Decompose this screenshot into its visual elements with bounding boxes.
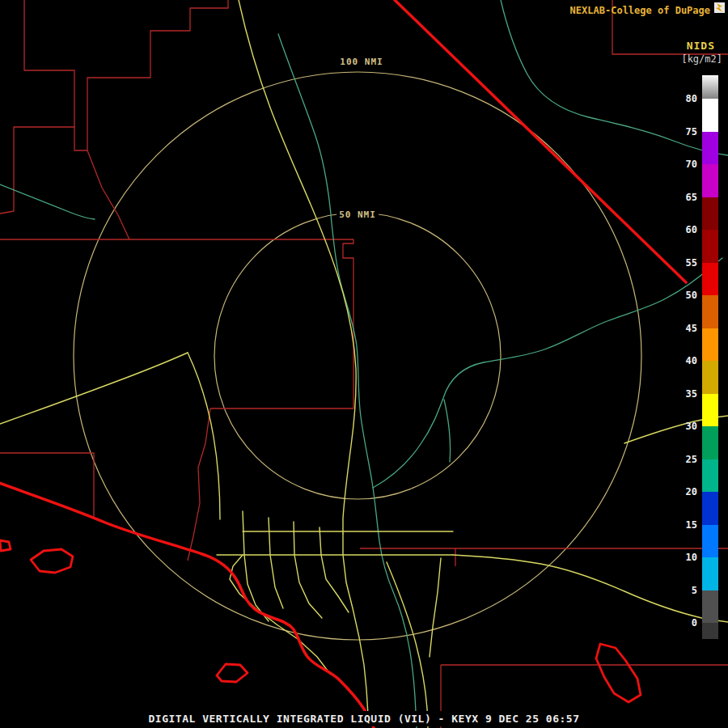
colorbar-segment: 70 [702,132,718,165]
colorbar-tick-label: 10 [686,552,697,563]
colorbar: 80757065605550454035302520151050 [702,75,718,639]
county-line [74,0,228,150]
river [278,34,417,728]
colorbar-segment: 45 [702,295,718,328]
colorbar-segment: 15 [702,492,718,525]
highway [239,0,356,534]
colorbar-tick-label: 20 [686,486,697,497]
island-outline [31,549,73,573]
state-border-coastline [0,0,686,728]
colorbar-segment: 35 [702,361,718,394]
colorbar-tick-label: 15 [686,519,697,531]
colorbar-tick-label: 60 [686,224,697,235]
highway [230,555,330,674]
highway [0,353,188,424]
county-line [0,0,74,214]
colorbar-segment: 50 [702,263,718,296]
colorbar-tick-label: 65 [686,192,697,203]
colorbar-tick-label: 70 [686,159,697,170]
credit-text: NEXLAB-College of DuPage [570,5,710,16]
colorbar-segment: 60 [702,197,718,231]
radar-display: NEXLAB-College of DuPage NIDS [kg/m2] 10… [0,0,728,728]
units-label: [kg/m2] [681,53,722,65]
highway [294,522,322,618]
colorbar-tick-label: 45 [686,323,697,334]
rivers [0,0,728,728]
colorbar-tick-label: 50 [686,290,697,301]
product-caption: DIGITAL VERTICALLY INTEGRATED LIQUID (VI… [0,711,728,726]
colorbar-segment: 40 [702,328,718,362]
colorbar-tick-label: 55 [686,257,697,269]
river [373,258,722,488]
island-outline [217,664,248,682]
colorbar-tick-label: 35 [686,388,697,400]
logo-background [714,2,725,13]
colorbar-segment: 55 [702,230,718,263]
highway [453,555,728,622]
highway [243,511,269,621]
colorbar-tick-label: 25 [686,454,697,465]
colorbar-tick-label: 80 [686,93,697,104]
county-line [0,453,94,518]
colorbar-tick-label: 5 [692,585,697,596]
radar-map [0,0,728,728]
river [444,400,451,462]
range-ring-label-50nmi: 50 NMI [336,210,379,220]
product-code-label: NIDS [687,40,715,52]
county-line [188,408,210,561]
colorbar-segment [702,623,718,639]
colorbar-segment: 25 [702,426,718,459]
county-borders [0,0,728,728]
colorbar-segment: 20 [702,459,718,493]
highway [387,562,428,728]
colorbar-segment: 80 [702,75,718,99]
colorbar-segment: 30 [702,394,718,427]
colorbar-segment: 10 [702,525,718,558]
range-ring-label-100nmi: 100 NMI [337,57,385,67]
colorbar-segment: 0 [702,590,718,624]
colorbar-tick-label: 40 [686,355,697,366]
colorbar-tick-label: 30 [686,421,697,432]
highway [430,558,441,657]
highway [188,353,220,519]
colorbar-tick-label: 75 [686,126,697,138]
island-outline [596,644,641,702]
colorbar-segment: 5 [702,557,718,590]
colorbar-tick-label: 0 [692,617,697,629]
state-border-line [395,0,686,282]
coastline [0,482,374,728]
colorbar-segment: 65 [702,164,718,197]
colorbar-segment: 75 [702,99,718,132]
cod-logo-icon [714,2,725,13]
highways [0,0,728,728]
island-outline [0,540,11,551]
